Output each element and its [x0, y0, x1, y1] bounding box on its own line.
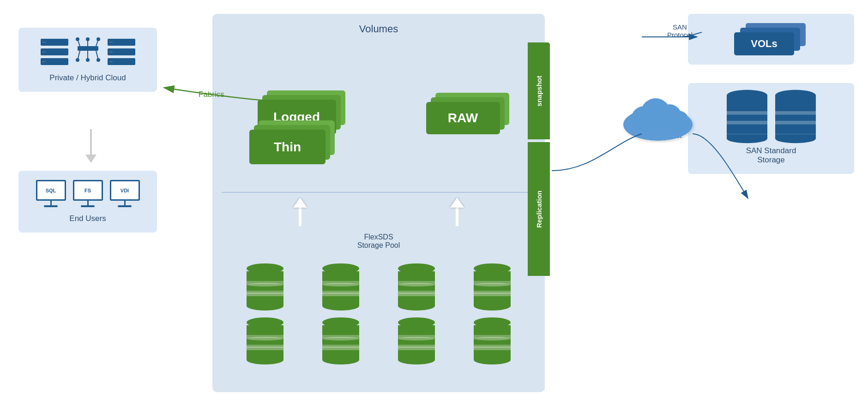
- monitor-screen-sql: SQL: [36, 180, 66, 201]
- diagram-container: ··· ··· ···: [0, 0, 868, 406]
- volumes-label: Volumes: [222, 23, 536, 35]
- monitor-row: SQL FS VDI: [28, 180, 148, 207]
- db-cylinder-2: [307, 263, 375, 310]
- db-cylinder-3: [382, 263, 451, 310]
- svg-rect-0: [78, 46, 98, 51]
- private-hybrid-cloud-panel: ··· ··· ···: [18, 28, 157, 92]
- monitor-vdi: VDI: [110, 180, 140, 207]
- monitor-fs: FS: [73, 180, 103, 207]
- san-storage-section: SAN Standard Storage: [688, 83, 854, 174]
- monitor-sql: SQL: [36, 180, 66, 207]
- san-db-1: [727, 90, 767, 143]
- logged-volume-stack: Logged: [258, 90, 336, 125]
- san-protocol-label: SAN Protocol: [667, 23, 693, 39]
- down-arrow: [85, 129, 96, 163]
- right-panel: VOLs: [688, 14, 854, 174]
- private-hybrid-cloud-label: Private / Hybrid Cloud: [28, 73, 148, 83]
- san-db-pair: [697, 92, 845, 141]
- svg-point-12: [96, 58, 100, 62]
- network-switch-icon: [75, 37, 101, 66]
- svg-point-17: [669, 111, 689, 131]
- replication-bar: Replication: [528, 142, 550, 276]
- center-divider: [222, 192, 536, 193]
- up-arrow-right: [450, 197, 464, 226]
- cloud-icons: ··· ··· ···: [28, 37, 148, 66]
- center-panel: Volumes Logged RAW: [212, 14, 545, 392]
- end-users-label: End Users: [28, 214, 148, 223]
- server-left: ··· ··· ···: [41, 39, 68, 65]
- snapshot-label: snapshot: [535, 76, 543, 107]
- cloud-shape: [619, 92, 697, 145]
- server-right: ··· ··· ···: [108, 39, 135, 65]
- san-db-2: [775, 90, 816, 143]
- san-storage-label: SAN Standard Storage: [697, 146, 845, 165]
- up-arrow-left: [293, 197, 307, 226]
- end-users-panel: SQL FS VDI End Users: [18, 171, 157, 233]
- svg-point-6: [96, 37, 100, 41]
- svg-point-10: [76, 58, 79, 62]
- vols-stack: VOLs: [734, 23, 808, 58]
- up-arrows-row: [222, 197, 536, 226]
- db-cylinder-8: [458, 317, 526, 364]
- monitor-screen-vdi: VDI: [110, 180, 140, 201]
- thin-card: Thin: [249, 130, 326, 164]
- vols-front-card: VOLs: [734, 32, 794, 55]
- db-cylinder-6: [307, 317, 375, 364]
- db-cylinder-7: [382, 317, 451, 364]
- vols-section: VOLs: [688, 14, 854, 65]
- snapshot-bar: snapshot: [528, 42, 550, 139]
- svg-point-5: [86, 37, 90, 41]
- replication-label: Replication: [535, 191, 543, 228]
- db-cylinder-4: [458, 263, 526, 310]
- svg-point-11: [86, 58, 90, 62]
- thin-volume-stack: Thin: [249, 120, 536, 155]
- volumes-area: Logged RAW: [222, 42, 536, 125]
- storage-pool-label: FlexSDS Storage Pool: [222, 233, 536, 250]
- svg-point-4: [76, 37, 79, 41]
- db-grid: [222, 259, 536, 369]
- db-cylinder-1: [231, 263, 300, 310]
- db-cylinder-5: [231, 317, 300, 364]
- monitor-screen-fs: FS: [73, 180, 103, 201]
